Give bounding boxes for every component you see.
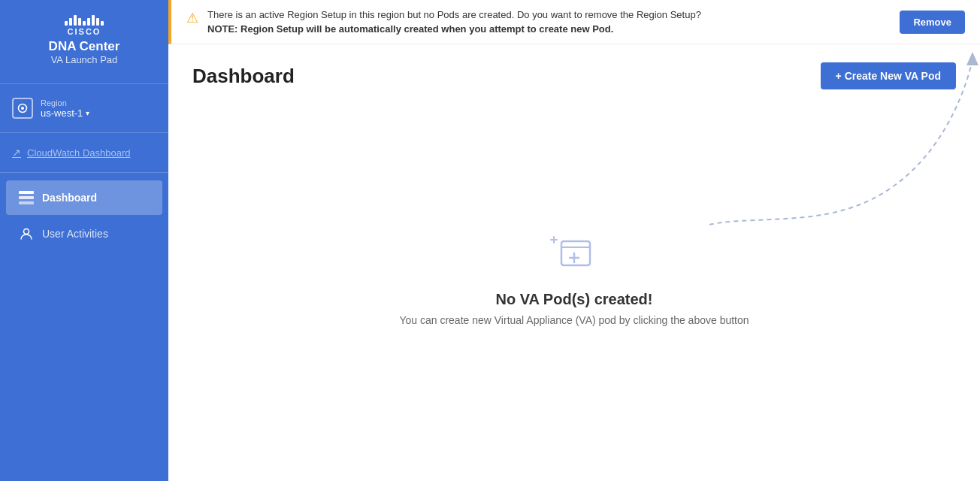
page-header: Dashboard + Create New VA Pod (192, 62, 956, 89)
region-value: us-west-1 ▾ (41, 107, 89, 119)
alert-banner: ⚠ There is an active Region Setup in thi… (168, 0, 980, 44)
svg-rect-7 (561, 241, 590, 265)
alert-main-text: There is an active Region Setup in this … (207, 9, 891, 20)
page-title: Dashboard (192, 65, 295, 88)
sidebar: CISCO DNA Center VA Launch Pad Region us… (0, 0, 168, 481)
create-va-pod-button[interactable]: + Create New VA Pod (821, 62, 956, 89)
remove-button[interactable]: Remove (900, 11, 965, 34)
empty-description: You can create new Virtual Appliance (VA… (399, 314, 749, 326)
svg-point-5 (24, 229, 29, 234)
empty-icon (548, 231, 600, 279)
sidebar-nav: Dashboard User Activities (0, 179, 168, 253)
alert-note-text: NOTE: Region Setup will be automatically… (207, 23, 891, 35)
cisco-text: CISCO (68, 27, 101, 36)
cisco-logo: CISCO (65, 15, 104, 36)
region-icon (12, 98, 33, 119)
sidebar-item-user-activities[interactable]: User Activities (6, 216, 162, 251)
empty-state: No VA Pod(s) created! You can create new… (192, 104, 956, 452)
empty-title: No VA Pod(s) created! (496, 291, 653, 308)
region-selector[interactable]: Region us-west-1 ▾ (0, 90, 168, 126)
user-activities-icon (18, 225, 35, 242)
svg-rect-3 (19, 196, 34, 199)
region-label: Region (41, 98, 89, 107)
sidebar-item-user-activities-label: User Activities (42, 228, 108, 240)
cisco-bars-icon (65, 15, 104, 26)
sidebar-item-dashboard-label: Dashboard (42, 192, 97, 204)
cloudwatch-link[interactable]: ↗ CloudWatch Dashboard (0, 139, 168, 166)
divider-1 (0, 83, 168, 84)
divider-2 (0, 132, 168, 133)
cloudwatch-label: CloudWatch Dashboard (27, 147, 131, 159)
external-link-icon: ↗ (12, 147, 21, 159)
sidebar-item-dashboard[interactable]: Dashboard (6, 180, 162, 215)
layers-icon (18, 189, 35, 206)
main-content: ⚠ There is an active Region Setup in thi… (168, 0, 980, 481)
svg-rect-2 (19, 191, 34, 194)
alert-text: There is an active Region Setup in this … (207, 9, 891, 35)
svg-marker-6 (966, 52, 978, 65)
app-subtitle: VA Launch Pad (51, 54, 118, 65)
region-info: Region us-west-1 ▾ (41, 98, 89, 119)
app-title: DNA Center (49, 39, 120, 54)
svg-point-1 (21, 107, 24, 110)
warning-icon: ⚠ (186, 10, 198, 26)
divider-3 (0, 172, 168, 173)
content-area: Dashboard + Create New VA Pod (168, 44, 980, 481)
logo-area: CISCO DNA Center VA Launch Pad (0, 0, 168, 77)
svg-rect-4 (19, 201, 34, 204)
chevron-down-icon: ▾ (86, 109, 89, 117)
